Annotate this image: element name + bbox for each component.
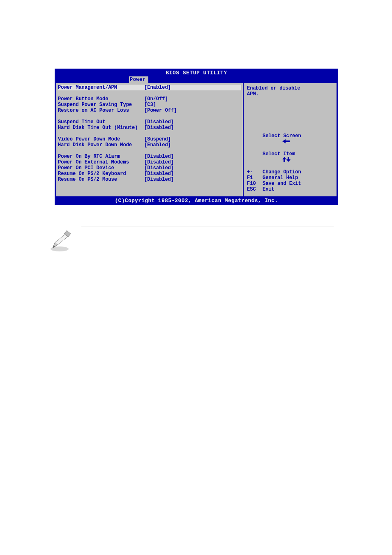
setting-value: [Power Off] (144, 108, 241, 113)
setting-label: Resume On PS/2 Keyboard (58, 171, 144, 177)
setting-hard-disk-power-down-mode[interactable]: Hard Disk Power Down Mode [Enabled] (58, 142, 241, 148)
bios-window: BIOS SETUP UTILITY Power Power Managemen… (55, 69, 338, 205)
nav-key: F1 (247, 175, 263, 181)
setting-label: Power Button Mode (58, 96, 144, 102)
divider (81, 243, 334, 243)
spacer (58, 90, 241, 96)
spacer (58, 131, 241, 136)
nav-key: +- (247, 169, 263, 175)
pencil-note-icon (49, 230, 72, 253)
setting-value: [Disabled] (144, 125, 241, 131)
setting-value: [Disabled] (144, 171, 241, 177)
nav-change-option: +- Change Option (247, 169, 333, 175)
setting-power-on-by-rtc-alarm[interactable]: Power On By RTC Alarm [Disabled] (58, 154, 241, 159)
setting-label: Suspend Power Saving Type (58, 102, 144, 108)
nav-exit: ESC Exit (247, 187, 333, 192)
help-pane: Enabled or disable APM. Select Screen Se… (243, 83, 337, 196)
setting-video-power-down-mode[interactable]: Video Power Down Mode [Suspend] (58, 136, 241, 142)
setting-suspend-time-out[interactable]: Suspend Time Out [Disabled] (58, 119, 241, 125)
help-text-line2: APM. (247, 91, 333, 97)
nav-desc: Exit (263, 187, 274, 192)
setting-power-on-external-modems[interactable]: Power On External Modems [Disabled] (58, 159, 241, 165)
spacer (58, 148, 241, 154)
setting-value: [On/Off] (144, 96, 241, 102)
settings-pane: Power Management/APM [Enabled] Power But… (56, 83, 243, 196)
setting-power-button-mode[interactable]: Power Button Mode [On/Off] (58, 96, 241, 102)
setting-label: Restore on AC Power Loss (58, 108, 144, 113)
setting-value: [Disabled] (144, 177, 241, 182)
nav-desc: Change Option (263, 169, 301, 175)
setting-value: [C3] (144, 102, 241, 108)
setting-label: Power On By RTC Alarm (58, 154, 144, 159)
nav-key: ESC (247, 187, 263, 192)
setting-value: [Suspend] (144, 136, 241, 142)
nav-general-help: F1 General Help (247, 175, 333, 181)
setting-label: Power Management/APM (58, 85, 144, 90)
bios-title: BIOS SETUP UTILITY (55, 69, 338, 76)
nav-select-item: Select Item (247, 151, 333, 169)
bios-body: Power Management/APM [Enabled] Power But… (56, 83, 337, 196)
setting-value: [Disabled] (144, 119, 241, 125)
setting-label: Suspend Time Out (58, 119, 144, 125)
setting-label: Hard Disk Time Out (Minute) (58, 125, 144, 131)
setting-power-management-apm[interactable]: Power Management/APM [Enabled] (58, 85, 241, 90)
setting-suspend-power-saving-type[interactable]: Suspend Power Saving Type [C3] (58, 102, 241, 108)
setting-resume-on-ps2-mouse[interactable]: Resume On PS/2 Mouse [Disabled] (58, 177, 241, 182)
nav-desc: Select Item (263, 151, 295, 169)
help-text-line1: Enabled or disable (247, 85, 333, 91)
setting-value: [Disabled] (144, 159, 241, 165)
setting-label: Hard Disk Power Down Mode (58, 142, 144, 148)
setting-value: [Disabled] (144, 154, 241, 159)
divider (81, 226, 334, 226)
nav-save-and-exit: F10 Save and Exit (247, 181, 333, 187)
setting-restore-on-ac-power-loss[interactable]: Restore on AC Power Loss [Power Off] (58, 108, 241, 113)
tab-power[interactable]: Power (129, 76, 148, 83)
arrow-updown-icon (247, 151, 263, 169)
setting-label: Resume On PS/2 Mouse (58, 177, 144, 182)
arrow-left-icon (247, 133, 263, 151)
setting-label: Power On PCI Device (58, 165, 144, 171)
setting-label: Power On External Modems (58, 159, 144, 165)
setting-label: Video Power Down Mode (58, 136, 144, 142)
setting-power-on-pci-device[interactable]: Power On PCI Device [Disabled] (58, 165, 241, 171)
menu-tab-row: Power (55, 76, 338, 83)
note-lines (81, 226, 334, 243)
copyright-bar: (C)Copyright 1985-2002, American Megatre… (55, 197, 338, 205)
setting-value: [Enabled] (144, 85, 241, 90)
nav-desc: Select Screen (263, 133, 301, 151)
nav-help: Select Screen Select Item +- Change Opti… (247, 133, 333, 192)
nav-desc: General Help (263, 175, 298, 181)
spacer (58, 113, 241, 119)
setting-resume-on-ps2-keyboard[interactable]: Resume On PS/2 Keyboard [Disabled] (58, 171, 241, 177)
setting-hard-disk-time-out[interactable]: Hard Disk Time Out (Minute) [Disabled] (58, 125, 241, 131)
setting-value: [Enabled] (144, 142, 241, 148)
setting-value: [Disabled] (144, 165, 241, 171)
nav-key: F10 (247, 181, 263, 187)
nav-select-screen: Select Screen (247, 133, 333, 151)
nav-desc: Save and Exit (263, 181, 301, 187)
